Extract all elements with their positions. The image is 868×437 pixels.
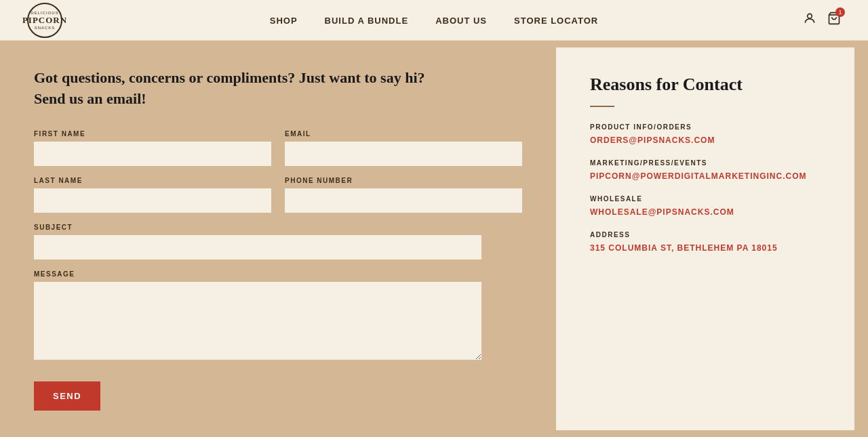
first-name-group: FIRST NAME	[34, 130, 271, 166]
reason-email-wholesale[interactable]: WHOLESALE@PIPSNACKS.COM	[590, 207, 734, 217]
reason-item-address: ADDRESS 315 COLUMBIA ST, BETHLEHEM PA 18…	[590, 231, 821, 253]
logo-text-bottom: Snacks	[35, 26, 56, 30]
nav-about[interactable]: ABOUT US	[435, 16, 487, 26]
reason-category-orders: PRODUCT INFO/ORDERS	[590, 123, 821, 131]
last-name-label: LAST NAME	[34, 177, 271, 184]
main-nav: Delicious PIPCORN Snacks SHOP BUILD A BU…	[0, 0, 868, 41]
nav-links: SHOP BUILD A BUNDLE ABOUT US STORE LOCAT…	[270, 14, 599, 26]
message-label: MESSAGE	[34, 270, 522, 278]
logo-main-text: PIPCORN	[22, 15, 67, 26]
reason-category-wholesale: WHOLESALE	[590, 195, 821, 203]
reasons-panel: Reasons for Contact PRODUCT INFO/ORDERS …	[556, 47, 854, 430]
reason-item-orders: PRODUCT INFO/ORDERS ORDERS@PIPSNACKS.COM	[590, 123, 821, 146]
form-row-last-phone: LAST NAME PHONE NUMBER	[34, 177, 522, 213]
send-button[interactable]: SEND	[34, 381, 100, 411]
first-name-label: FIRST NAME	[34, 130, 271, 138]
nav-bundle[interactable]: BUILD A BUNDLE	[325, 16, 409, 26]
subject-input[interactable]	[34, 235, 481, 259]
cart-badge: 1	[835, 7, 845, 17]
first-name-input[interactable]	[34, 142, 271, 166]
subject-group: SUBJECT	[34, 224, 522, 259]
reason-email-marketing[interactable]: PIPCORN@POWERDIGITALMARKETINGINC.COM	[590, 171, 806, 181]
phone-input[interactable]	[285, 188, 522, 213]
logo[interactable]: Delicious PIPCORN Snacks	[27, 3, 62, 38]
cart-button[interactable]: 1	[827, 12, 841, 28]
reasons-divider	[590, 106, 614, 107]
nav-shop[interactable]: SHOP	[270, 16, 298, 26]
message-group: MESSAGE	[34, 270, 522, 360]
phone-group: PHONE NUMBER	[285, 177, 522, 213]
reason-email-orders[interactable]: ORDERS@PIPSNACKS.COM	[590, 136, 715, 145]
email-group: EMAIL	[285, 130, 522, 166]
reason-item-marketing: MARKETING/PRESS/EVENTS PIPCORN@POWERDIGI…	[590, 159, 821, 182]
contact-form: FIRST NAME EMAIL LAST NAME PHONE NUMBER	[34, 130, 522, 411]
reason-category-marketing: MARKETING/PRESS/EVENTS	[590, 159, 821, 167]
message-textarea[interactable]	[34, 282, 481, 360]
form-headline: Got questions, concerns or compliments? …	[34, 68, 522, 110]
main-content: Got questions, concerns or compliments? …	[0, 41, 868, 437]
account-button[interactable]	[803, 12, 816, 28]
reason-category-address: ADDRESS	[590, 231, 821, 238]
reason-address-text: 315 COLUMBIA ST, BETHLEHEM PA 18015	[590, 243, 778, 253]
subject-label: SUBJECT	[34, 224, 522, 231]
last-name-group: LAST NAME	[34, 177, 271, 213]
reason-item-wholesale: WHOLESALE WHOLESALE@PIPSNACKS.COM	[590, 195, 821, 217]
nav-store-locator[interactable]: STORE LOCATOR	[514, 16, 598, 26]
reasons-title: Reasons for Contact	[590, 75, 821, 95]
email-input[interactable]	[285, 142, 522, 166]
last-name-input[interactable]	[34, 188, 271, 213]
form-row-name-email: FIRST NAME EMAIL	[34, 130, 522, 166]
nav-icons: 1	[803, 12, 841, 28]
svg-point-0	[808, 14, 812, 18]
contact-form-area: Got questions, concerns or compliments? …	[0, 41, 556, 437]
phone-label: PHONE NUMBER	[285, 177, 522, 184]
email-label: EMAIL	[285, 130, 522, 138]
